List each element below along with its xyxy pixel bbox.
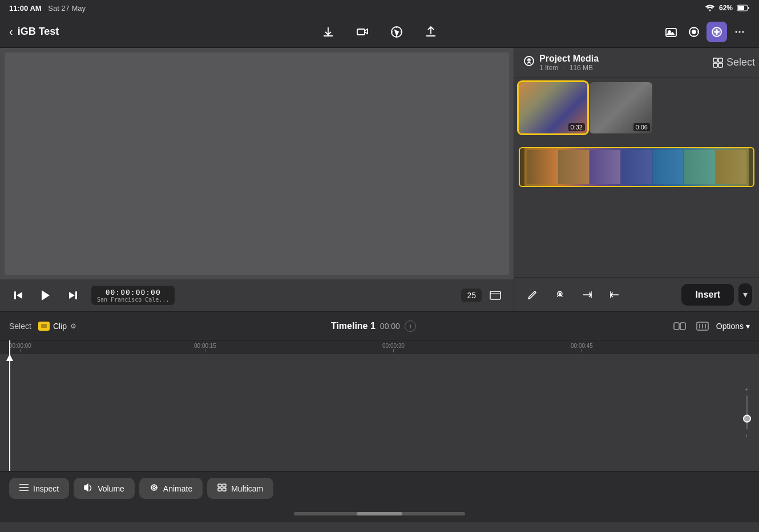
svg-point-23 bbox=[559, 293, 561, 294]
bottom-toolbar: Inspect Volume Animate bbox=[0, 471, 759, 505]
magic-button[interactable] bbox=[706, 22, 727, 42]
status-bar: 11:00 AM Sat 27 May 62% bbox=[0, 0, 759, 16]
timeline-title-area: Timeline 1 00:00 i bbox=[76, 320, 671, 332]
preview-controls: 00:00:00:00 San Francisco Cale... 25 bbox=[0, 279, 514, 311]
filter-button[interactable] bbox=[523, 55, 535, 70]
svg-rect-16 bbox=[490, 291, 500, 299]
insert-dropdown-button[interactable]: ▾ bbox=[738, 283, 752, 306]
timeline-time: 00:00 bbox=[380, 322, 400, 331]
svg-rect-36 bbox=[218, 484, 221, 487]
scroll-track[interactable] bbox=[294, 512, 465, 515]
svg-point-13 bbox=[742, 31, 744, 33]
star-button[interactable] bbox=[684, 22, 704, 42]
share-button[interactable] bbox=[421, 22, 441, 42]
timecode-display: 00:00:00:00 San Francisco Cale... bbox=[91, 286, 175, 305]
timeline-info-button[interactable]: i bbox=[405, 320, 416, 332]
display-settings-button[interactable] bbox=[486, 286, 504, 304]
filmstrip-area bbox=[514, 143, 759, 192]
timeline-split-button[interactable] bbox=[671, 317, 689, 335]
volume-icon bbox=[84, 484, 93, 493]
multicam-button[interactable]: Multicam bbox=[207, 478, 273, 499]
main-content: 00:00:00:00 San Francisco Cale... 25 bbox=[0, 48, 759, 311]
back-button[interactable]: ‹ bbox=[9, 25, 13, 38]
select-button[interactable]: Select bbox=[732, 54, 750, 72]
timecode-value: 00:00:00:00 bbox=[97, 288, 169, 297]
inspect-button[interactable]: Inspect bbox=[9, 478, 69, 499]
video-camera-button[interactable] bbox=[352, 22, 373, 42]
svg-rect-28 bbox=[674, 323, 679, 330]
panel-title: Project Media bbox=[539, 54, 704, 64]
svg-point-12 bbox=[739, 31, 741, 33]
svg-rect-37 bbox=[223, 484, 226, 487]
panel-header: Project Media 1 Item · 116 MB Select bbox=[514, 48, 759, 78]
status-time: 11:00 AM Sat 27 May bbox=[9, 4, 86, 13]
status-right: 62% bbox=[705, 4, 750, 12]
panel-title-group: Project Media 1 Item · 116 MB bbox=[539, 54, 704, 72]
media-item-1[interactable]: 0:32 bbox=[519, 82, 587, 133]
ruler-mark-45: 00:00:45 bbox=[571, 343, 593, 349]
navigation-button[interactable] bbox=[386, 22, 407, 42]
volume-knob[interactable] bbox=[743, 415, 751, 423]
multicam-icon bbox=[217, 484, 227, 493]
time-display: 11:00 AM bbox=[9, 4, 42, 13]
select-label: Select bbox=[726, 56, 755, 68]
skip-forward-button[interactable] bbox=[64, 286, 82, 304]
panel-controls: Insert ▾ bbox=[514, 277, 759, 311]
date-display: Sat 27 May bbox=[48, 4, 86, 13]
svg-rect-29 bbox=[680, 323, 685, 330]
clip-label: Clip ⚙ bbox=[38, 322, 76, 331]
project-title: iGB Test bbox=[18, 26, 59, 38]
ruler-mark-0: 00:00:00 bbox=[9, 343, 31, 349]
timeline-zoom-button[interactable] bbox=[693, 317, 712, 335]
timeline-select-label: Select bbox=[9, 322, 31, 331]
grid-view-button[interactable] bbox=[709, 54, 727, 72]
pencil-tool-button[interactable] bbox=[521, 283, 544, 306]
more-button[interactable] bbox=[729, 22, 750, 42]
skip-back-button[interactable] bbox=[9, 286, 27, 304]
ruler-mark-15: 00:00:15 bbox=[194, 343, 216, 349]
playhead bbox=[9, 354, 10, 471]
arrow-right-tool-button[interactable] bbox=[576, 283, 599, 306]
animate-button[interactable]: Animate bbox=[139, 478, 203, 499]
media-duration-2: 0:06 bbox=[633, 123, 650, 131]
volume-slider[interactable]: + − bbox=[744, 388, 750, 438]
animate-label: Animate bbox=[163, 484, 192, 493]
filmstrip-left-handle[interactable] bbox=[520, 148, 524, 186]
svg-point-11 bbox=[736, 31, 737, 33]
insert-label: Insert bbox=[695, 290, 720, 299]
media-grid: 0:32 0:06 bbox=[514, 78, 759, 138]
item-count: 1 Item bbox=[539, 64, 558, 72]
ruler-mark-30: 00:00:30 bbox=[382, 343, 405, 349]
wifi-icon bbox=[705, 5, 714, 11]
play-button[interactable] bbox=[37, 286, 55, 304]
arrow-left-tool-button[interactable] bbox=[603, 283, 626, 306]
scroll-thumb[interactable] bbox=[357, 512, 402, 515]
clip-settings-button[interactable]: ⚙ bbox=[70, 322, 76, 330]
volume-button[interactable]: Volume bbox=[74, 478, 135, 499]
photo-library-button[interactable] bbox=[661, 22, 681, 42]
pointer-tool-button[interactable] bbox=[548, 283, 571, 306]
animate-icon bbox=[150, 484, 159, 493]
svg-rect-21 bbox=[718, 63, 722, 67]
insert-button[interactable]: Insert bbox=[681, 284, 734, 306]
multicam-label: Multicam bbox=[231, 484, 263, 493]
inspect-icon bbox=[19, 484, 29, 493]
timeline-ruler: 00:00:00 00:00:15 00:00:30 00:00:45 bbox=[0, 340, 759, 354]
preview-right-controls: 25 bbox=[461, 286, 504, 304]
options-button[interactable]: Options ▾ bbox=[716, 322, 750, 331]
media-item-2[interactable]: 0:06 bbox=[590, 82, 652, 133]
filmstrip-right-handle[interactable] bbox=[749, 148, 753, 186]
svg-rect-18 bbox=[713, 58, 717, 62]
preview-video bbox=[5, 52, 509, 275]
scroll-bar-area bbox=[0, 505, 759, 522]
svg-rect-38 bbox=[218, 488, 221, 491]
clip-icon bbox=[38, 322, 50, 331]
right-panel: Project Media 1 Item · 116 MB Select bbox=[514, 48, 759, 311]
top-toolbar: ‹ iGB Test bbox=[0, 16, 759, 48]
toolbar-right bbox=[661, 22, 750, 42]
download-button[interactable] bbox=[318, 22, 338, 42]
storage-size: 116 MB bbox=[570, 64, 593, 72]
clip-text: Clip bbox=[53, 322, 67, 331]
svg-rect-2 bbox=[738, 6, 744, 10]
timeline-track-area[interactable]: + − bbox=[0, 354, 759, 471]
